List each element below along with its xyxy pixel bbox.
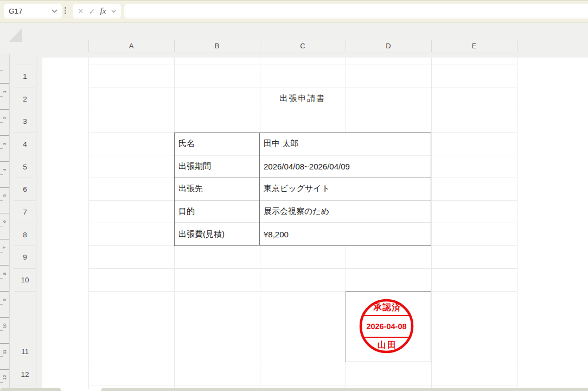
- bottom-scrollbar-right[interactable]: [101, 388, 588, 391]
- approval-stamp-cell[interactable]: 承認済 2026-04-08 山田: [346, 291, 431, 362]
- ruler-major-tick: [0, 317, 9, 318]
- ruler-minor-tick: [0, 70, 3, 71]
- form-value-cell[interactable]: 東京ビッグサイト: [260, 178, 431, 200]
- form-label-cell[interactable]: 氏名: [175, 133, 260, 155]
- ruler-number-6: 6: [1, 218, 8, 225]
- ruler-minor-tick: [0, 148, 3, 149]
- row-header-6[interactable]: 6: [14, 178, 36, 200]
- row-header-4[interactable]: 4: [14, 133, 36, 155]
- form-label-cell[interactable]: 出張先: [175, 178, 260, 200]
- ruler-major-tick: [0, 213, 9, 213]
- form-label-cell[interactable]: 目的: [175, 200, 260, 223]
- column-header-separator: [174, 40, 175, 52]
- row-header-7[interactable]: 7: [14, 200, 36, 223]
- row-header-9[interactable]: 9: [14, 245, 36, 268]
- cell-reference: G17: [4, 7, 52, 15]
- ruler-major-tick: [0, 343, 9, 344]
- ruler-minor-tick: [0, 278, 3, 279]
- ruler-number-8: 8: [1, 270, 8, 278]
- ruler-major-tick: [0, 239, 9, 239]
- vertical-ruler: 123456789101112: [0, 54, 10, 389]
- column-header-separator: [517, 40, 517, 52]
- formula-buttons: ✕ ✓ fx: [73, 4, 121, 18]
- ruler-minor-tick: [0, 122, 3, 123]
- chevron-down-icon[interactable]: [52, 9, 57, 13]
- form-value-cell[interactable]: 展示会視察のため: [260, 200, 431, 223]
- row-header-10[interactable]: 10: [14, 268, 36, 291]
- confirm-entry-button[interactable]: ✓: [89, 7, 95, 16]
- column-header-B[interactable]: B: [174, 39, 260, 53]
- form-value-cell[interactable]: 田中 太郎: [260, 133, 431, 155]
- ruler-number-5: 5: [1, 192, 8, 199]
- row-header-separator: [14, 291, 36, 292]
- stamp-name-text: 山田: [378, 339, 398, 349]
- ruler-minor-tick: [0, 200, 3, 201]
- name-box[interactable]: G17: [4, 4, 62, 18]
- form-label-cell[interactable]: 出張期間: [175, 155, 260, 178]
- ruler-number-11: 11: [1, 348, 8, 356]
- formula-input[interactable]: [124, 4, 588, 18]
- stamp-status-text: 承認済: [373, 302, 401, 312]
- formula-toolbar: G17 ✕ ✓ fx: [0, 0, 588, 23]
- table-row: 出張先東京ビッグサイト: [175, 178, 431, 201]
- drag-handle-icon: [65, 7, 66, 14]
- ruler-number-12: 12: [1, 374, 8, 381]
- select-all-corner[interactable]: [9, 28, 22, 42]
- document-title-cell[interactable]: 出張申請書: [260, 87, 346, 110]
- row-header-11[interactable]: 11: [14, 340, 36, 363]
- ruler-minor-tick: [0, 96, 3, 97]
- column-header-D[interactable]: D: [346, 39, 431, 53]
- column-header-separator: [431, 40, 432, 52]
- gridline-vertical: [517, 58, 517, 389]
- column-header-A[interactable]: A: [88, 39, 174, 53]
- stamp-date-text: 2026-04-08: [366, 322, 406, 331]
- column-header-separator: [346, 40, 346, 52]
- row-header-12[interactable]: 12: [14, 363, 36, 386]
- column-header-E[interactable]: E: [431, 39, 517, 53]
- approval-stamp[interactable]: 承認済 2026-04-08 山田: [346, 292, 430, 361]
- ruler-minor-tick: [0, 382, 3, 383]
- ruler-minor-tick: [0, 356, 3, 357]
- gridline-horizontal: [88, 386, 517, 386]
- column-header-C[interactable]: C: [260, 39, 346, 53]
- fx-chevron-down-icon[interactable]: [111, 10, 116, 13]
- column-header-separator: [88, 40, 89, 52]
- row-header-2[interactable]: 2: [14, 87, 36, 110]
- ruler-major-tick: [0, 83, 9, 84]
- form-label-cell[interactable]: 出張費(見積): [175, 223, 260, 245]
- ruler-minor-tick: [0, 304, 3, 305]
- bottom-scrollbar-left[interactable]: [0, 388, 61, 391]
- ruler-minor-tick: [0, 226, 3, 226]
- ruler-major-tick: [0, 291, 9, 292]
- ruler-major-tick: [0, 161, 9, 162]
- ruler-number-7: 7: [1, 244, 8, 251]
- ruler-minor-tick: [0, 330, 3, 331]
- row-header-separator: [14, 386, 36, 386]
- table-row: 氏名田中 太郎: [175, 133, 431, 156]
- ruler-minor-tick: [0, 174, 3, 175]
- form-value-cell[interactable]: 2026/04/08~2026/04/09: [260, 155, 431, 178]
- ruler-major-tick: [0, 109, 9, 110]
- ruler-number-10: 10: [1, 322, 8, 330]
- ruler-number-4: 4: [1, 166, 8, 174]
- row-header-5[interactable]: 5: [14, 155, 36, 178]
- gridline-horizontal: [88, 65, 517, 65]
- gridline-horizontal: [88, 291, 517, 292]
- table-row: 出張期間2026/04/08~2026/04/09: [175, 155, 431, 178]
- form-value-cell[interactable]: ¥8,200: [260, 223, 431, 245]
- ruler-major-tick: [0, 135, 9, 136]
- cancel-entry-button[interactable]: ✕: [78, 7, 84, 15]
- ruler-number-3: 3: [1, 140, 8, 148]
- ruler-minor-tick: [0, 252, 3, 253]
- ruler-major-tick: [0, 187, 9, 188]
- gridline-horizontal: [88, 363, 517, 363]
- trip-request-table: 氏名田中 太郎出張期間2026/04/08~2026/04/09出張先東京ビッグ…: [174, 133, 431, 246]
- row-header-3[interactable]: 3: [14, 110, 36, 133]
- column-header-separator: [260, 40, 260, 52]
- row-header-8[interactable]: 8: [14, 223, 36, 245]
- row-header-1[interactable]: 1: [14, 65, 36, 87]
- table-row: 目的展示会視察のため: [175, 200, 431, 223]
- table-row: 出張費(見積)¥8,200: [175, 223, 431, 245]
- insert-function-button[interactable]: fx: [100, 7, 106, 16]
- gridline-horizontal: [88, 110, 517, 110]
